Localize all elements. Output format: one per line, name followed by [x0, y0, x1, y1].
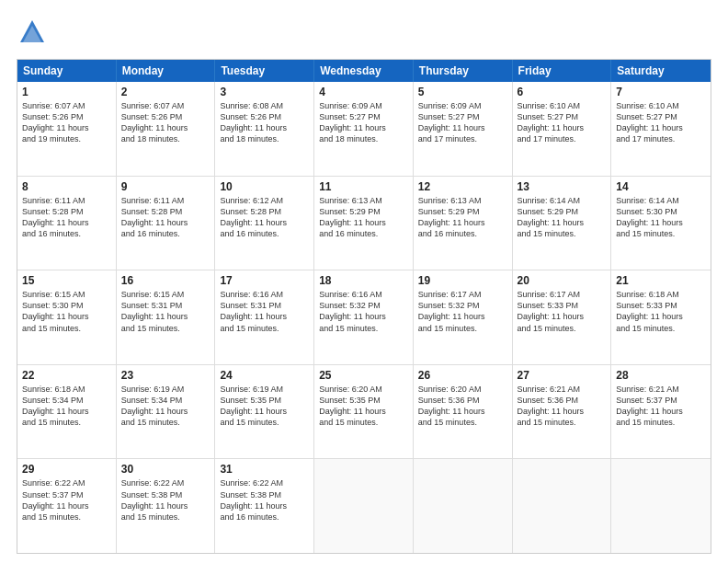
- cell-info: Sunrise: 6:19 AMSunset: 5:35 PMDaylight:…: [220, 384, 309, 429]
- day-number: 3: [220, 86, 309, 98]
- calendar-row: 29Sunrise: 6:22 AMSunset: 5:37 PMDayligh…: [17, 459, 711, 553]
- header-day: Tuesday: [215, 60, 314, 82]
- day-number: 7: [616, 86, 706, 98]
- calendar-cell: 25Sunrise: 6:20 AMSunset: 5:35 PMDayligh…: [314, 365, 414, 459]
- header: [17, 17, 711, 52]
- calendar-cell: 11Sunrise: 6:13 AMSunset: 5:29 PMDayligh…: [314, 177, 414, 270]
- day-number: 31: [220, 463, 309, 476]
- day-number: 14: [616, 180, 706, 193]
- calendar-cell: 23Sunrise: 6:19 AMSunset: 5:34 PMDayligh…: [117, 365, 216, 459]
- calendar-cell: [513, 459, 612, 553]
- cell-info: Sunrise: 6:15 AMSunset: 5:31 PMDaylight:…: [121, 289, 210, 334]
- calendar-cell: 28Sunrise: 6:21 AMSunset: 5:37 PMDayligh…: [611, 365, 711, 459]
- day-number: 10: [220, 180, 309, 193]
- cell-info: Sunrise: 6:13 AMSunset: 5:29 PMDaylight:…: [319, 195, 408, 240]
- cell-info: Sunrise: 6:12 AMSunset: 5:28 PMDaylight:…: [220, 195, 309, 240]
- calendar-cell: 3Sunrise: 6:08 AMSunset: 5:26 PMDaylight…: [215, 82, 314, 176]
- calendar-cell: 12Sunrise: 6:13 AMSunset: 5:29 PMDayligh…: [414, 177, 513, 270]
- calendar-cell: 19Sunrise: 6:17 AMSunset: 5:32 PMDayligh…: [414, 270, 513, 364]
- calendar-cell: 27Sunrise: 6:21 AMSunset: 5:36 PMDayligh…: [513, 365, 612, 459]
- calendar-cell: 16Sunrise: 6:15 AMSunset: 5:31 PMDayligh…: [117, 270, 216, 364]
- page: SundayMondayTuesdayWednesdayThursdayFrid…: [0, 0, 728, 563]
- calendar-cell: 2Sunrise: 6:07 AMSunset: 5:26 PMDaylight…: [117, 82, 216, 176]
- header-day: Sunday: [17, 60, 117, 82]
- calendar-cell: 7Sunrise: 6:10 AMSunset: 5:27 PMDaylight…: [611, 82, 711, 176]
- day-number: 9: [121, 180, 210, 193]
- day-number: 17: [220, 274, 309, 287]
- cell-info: Sunrise: 6:22 AMSunset: 5:38 PMDaylight:…: [121, 477, 210, 523]
- calendar-cell: [414, 459, 513, 553]
- day-number: 21: [616, 274, 706, 287]
- calendar-row: 1Sunrise: 6:07 AMSunset: 5:26 PMDaylight…: [17, 82, 711, 177]
- cell-info: Sunrise: 6:11 AMSunset: 5:28 PMDaylight:…: [22, 195, 111, 240]
- cell-info: Sunrise: 6:20 AMSunset: 5:36 PMDaylight:…: [418, 384, 507, 429]
- header-day: Saturday: [611, 60, 711, 82]
- cell-info: Sunrise: 6:17 AMSunset: 5:32 PMDaylight:…: [418, 289, 507, 334]
- cell-info: Sunrise: 6:10 AMSunset: 5:27 PMDaylight:…: [616, 100, 706, 145]
- header-day: Friday: [513, 60, 612, 82]
- cell-info: Sunrise: 6:22 AMSunset: 5:38 PMDaylight:…: [220, 477, 309, 523]
- header-day: Monday: [117, 60, 216, 82]
- day-number: 26: [418, 369, 507, 382]
- logo-icon: [17, 17, 48, 48]
- calendar-row: 15Sunrise: 6:15 AMSunset: 5:30 PMDayligh…: [17, 270, 711, 365]
- day-number: 15: [22, 274, 111, 287]
- cell-info: Sunrise: 6:08 AMSunset: 5:26 PMDaylight:…: [220, 100, 309, 145]
- calendar-cell: 6Sunrise: 6:10 AMSunset: 5:27 PMDaylight…: [513, 82, 612, 176]
- calendar-cell: 24Sunrise: 6:19 AMSunset: 5:35 PMDayligh…: [215, 365, 314, 459]
- calendar-row: 8Sunrise: 6:11 AMSunset: 5:28 PMDaylight…: [17, 177, 711, 271]
- cell-info: Sunrise: 6:21 AMSunset: 5:36 PMDaylight:…: [518, 384, 607, 429]
- day-number: 8: [22, 180, 111, 193]
- day-number: 23: [121, 369, 210, 382]
- cell-info: Sunrise: 6:14 AMSunset: 5:29 PMDaylight:…: [518, 195, 607, 240]
- day-number: 13: [518, 180, 607, 193]
- cell-info: Sunrise: 6:11 AMSunset: 5:28 PMDaylight:…: [121, 195, 210, 240]
- cell-info: Sunrise: 6:18 AMSunset: 5:33 PMDaylight:…: [616, 289, 706, 334]
- calendar-cell: 26Sunrise: 6:20 AMSunset: 5:36 PMDayligh…: [414, 365, 513, 459]
- header-day: Wednesday: [314, 60, 414, 82]
- calendar-body: 1Sunrise: 6:07 AMSunset: 5:26 PMDaylight…: [17, 82, 711, 553]
- day-number: 25: [319, 369, 408, 382]
- calendar-header: SundayMondayTuesdayWednesdayThursdayFrid…: [17, 60, 711, 82]
- cell-info: Sunrise: 6:21 AMSunset: 5:37 PMDaylight:…: [616, 384, 706, 429]
- calendar-cell: [611, 459, 711, 553]
- cell-info: Sunrise: 6:20 AMSunset: 5:35 PMDaylight:…: [319, 384, 408, 429]
- calendar-cell: 9Sunrise: 6:11 AMSunset: 5:28 PMDaylight…: [117, 177, 216, 270]
- calendar-cell: 30Sunrise: 6:22 AMSunset: 5:38 PMDayligh…: [117, 459, 216, 553]
- day-number: 27: [518, 369, 607, 382]
- cell-info: Sunrise: 6:13 AMSunset: 5:29 PMDaylight:…: [418, 195, 507, 240]
- cell-info: Sunrise: 6:09 AMSunset: 5:27 PMDaylight:…: [418, 100, 507, 145]
- day-number: 5: [418, 86, 507, 98]
- day-number: 30: [121, 463, 210, 476]
- calendar-cell: 15Sunrise: 6:15 AMSunset: 5:30 PMDayligh…: [17, 270, 117, 364]
- calendar: SundayMondayTuesdayWednesdayThursdayFrid…: [17, 59, 711, 554]
- day-number: 6: [518, 86, 607, 98]
- day-number: 28: [616, 369, 706, 382]
- calendar-cell: 4Sunrise: 6:09 AMSunset: 5:27 PMDaylight…: [314, 82, 414, 176]
- day-number: 20: [518, 274, 607, 287]
- day-number: 1: [22, 86, 111, 98]
- day-number: 16: [121, 274, 210, 287]
- calendar-row: 22Sunrise: 6:18 AMSunset: 5:34 PMDayligh…: [17, 365, 711, 460]
- calendar-cell: 10Sunrise: 6:12 AMSunset: 5:28 PMDayligh…: [215, 177, 314, 270]
- cell-info: Sunrise: 6:07 AMSunset: 5:26 PMDaylight:…: [22, 100, 111, 145]
- calendar-cell: 31Sunrise: 6:22 AMSunset: 5:38 PMDayligh…: [215, 459, 314, 553]
- day-number: 29: [22, 463, 111, 476]
- calendar-cell: 22Sunrise: 6:18 AMSunset: 5:34 PMDayligh…: [17, 365, 117, 459]
- calendar-cell: 5Sunrise: 6:09 AMSunset: 5:27 PMDaylight…: [414, 82, 513, 176]
- cell-info: Sunrise: 6:14 AMSunset: 5:30 PMDaylight:…: [616, 195, 706, 240]
- calendar-cell: 21Sunrise: 6:18 AMSunset: 5:33 PMDayligh…: [611, 270, 711, 364]
- cell-info: Sunrise: 6:15 AMSunset: 5:30 PMDaylight:…: [22, 289, 111, 334]
- cell-info: Sunrise: 6:09 AMSunset: 5:27 PMDaylight:…: [319, 100, 408, 145]
- cell-info: Sunrise: 6:18 AMSunset: 5:34 PMDaylight:…: [22, 384, 111, 429]
- day-number: 19: [418, 274, 507, 287]
- day-number: 4: [319, 86, 408, 98]
- day-number: 24: [220, 369, 309, 382]
- day-number: 2: [121, 86, 210, 98]
- calendar-cell: 1Sunrise: 6:07 AMSunset: 5:26 PMDaylight…: [17, 82, 117, 176]
- calendar-cell: 14Sunrise: 6:14 AMSunset: 5:30 PMDayligh…: [611, 177, 711, 270]
- cell-info: Sunrise: 6:10 AMSunset: 5:27 PMDaylight:…: [518, 100, 607, 145]
- cell-info: Sunrise: 6:16 AMSunset: 5:31 PMDaylight:…: [220, 289, 309, 334]
- day-number: 12: [418, 180, 507, 193]
- calendar-cell: 18Sunrise: 6:16 AMSunset: 5:32 PMDayligh…: [314, 270, 414, 364]
